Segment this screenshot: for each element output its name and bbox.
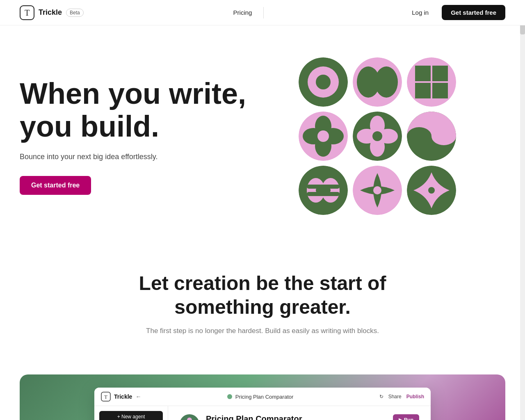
svg-rect-34 bbox=[307, 192, 340, 196]
beta-badge: Beta bbox=[66, 9, 84, 17]
app-titlebar-center: Pricing Plan Comparator bbox=[227, 394, 294, 400]
app-main-content: Pricing Plan Comparator Ashley Brian ▶ R… bbox=[168, 406, 431, 420]
app-titlebar: T Trickle ← Pricing Plan Comparator ↻ Sh… bbox=[94, 388, 431, 406]
app-titlebar-right: ↻ Share Publish bbox=[379, 394, 424, 399]
navbar-left: T Trickle Beta bbox=[20, 5, 84, 20]
app-titlebar-left: T Trickle ← bbox=[101, 392, 141, 402]
icon-cell-double-lens bbox=[353, 57, 402, 107]
navbar: T Trickle Beta Pricing Log in Get starte… bbox=[0, 0, 525, 25]
new-agent-button[interactable]: + New agent bbox=[99, 411, 163, 420]
icon-grid-container bbox=[249, 57, 505, 215]
hero-cta-button[interactable]: Get started free bbox=[20, 176, 91, 195]
app-sidebar: + New agent ✦ Discover ◎ Published agent… bbox=[94, 406, 168, 420]
svg-point-7 bbox=[375, 66, 398, 98]
svg-point-38 bbox=[428, 187, 435, 194]
app-doc-title: Pricing Plan Comparator bbox=[235, 394, 294, 400]
get-started-nav-button[interactable]: Get started free bbox=[442, 5, 505, 20]
creation-subtitle: The first step is no longer the hardest.… bbox=[123, 327, 402, 335]
agent-icon-svg bbox=[182, 417, 197, 420]
app-publish-button[interactable]: Publish bbox=[406, 394, 424, 399]
svg-point-41 bbox=[187, 418, 192, 420]
svg-point-4 bbox=[316, 75, 331, 89]
app-agent-info: Pricing Plan Comparator Ashley Brian bbox=[206, 414, 386, 420]
run-button[interactable]: ▶ Run bbox=[393, 414, 419, 420]
login-button[interactable]: Log in bbox=[405, 6, 435, 19]
svg-text:T: T bbox=[25, 8, 30, 17]
svg-point-19 bbox=[317, 130, 329, 142]
app-agent-title: Pricing Plan Comparator bbox=[206, 414, 386, 420]
svg-point-25 bbox=[372, 131, 382, 141]
trickle-logo-icon: T bbox=[20, 5, 34, 20]
svg-point-8 bbox=[407, 57, 456, 107]
svg-point-27 bbox=[407, 127, 431, 145]
icon-cell-yin-eye bbox=[407, 112, 456, 161]
app-body: + New agent ✦ Discover ◎ Published agent… bbox=[94, 406, 431, 420]
app-doc-dot bbox=[227, 394, 232, 399]
app-preview-container: T Trickle ← Pricing Plan Comparator ↻ Sh… bbox=[0, 374, 525, 420]
app-brand-name: Trickle bbox=[114, 393, 132, 400]
icon-cell-flower bbox=[353, 112, 402, 161]
navbar-center: Pricing bbox=[225, 6, 264, 19]
app-trickle-logo: T bbox=[101, 392, 111, 402]
icon-cell-four-star bbox=[407, 166, 456, 215]
app-share-button[interactable]: Share bbox=[388, 394, 402, 399]
svg-point-36 bbox=[373, 186, 381, 194]
app-preview-background: T Trickle ← Pricing Plan Comparator ↻ Sh… bbox=[20, 374, 505, 420]
nav-divider bbox=[263, 7, 264, 18]
hero-title: When you write, you build. bbox=[20, 78, 249, 142]
creation-title: Let creation be the start of something g… bbox=[20, 272, 505, 319]
icon-cell-checker bbox=[407, 57, 456, 107]
app-agent-header: Pricing Plan Comparator Ashley Brian ▶ R… bbox=[180, 414, 419, 420]
hero-subtitle: Bounce into your next big idea effortles… bbox=[20, 153, 249, 161]
app-refresh-button[interactable]: ↻ bbox=[379, 394, 383, 399]
svg-rect-33 bbox=[307, 185, 340, 189]
icon-cell-clover bbox=[299, 112, 348, 161]
hero-content: When you write, you build. Bounce into y… bbox=[20, 78, 249, 194]
svg-rect-11 bbox=[415, 83, 431, 98]
icon-grid bbox=[299, 57, 456, 215]
svg-point-28 bbox=[431, 127, 456, 145]
app-back-icon[interactable]: ← bbox=[135, 393, 141, 400]
icon-cell-hashtag bbox=[299, 166, 348, 215]
brand-name: Trickle bbox=[39, 8, 62, 17]
svg-rect-9 bbox=[415, 66, 431, 81]
icon-cell-diamond-cross bbox=[353, 166, 402, 215]
app-window: T Trickle ← Pricing Plan Comparator ↻ Sh… bbox=[94, 388, 431, 420]
svg-rect-10 bbox=[432, 66, 448, 81]
pricing-link[interactable]: Pricing bbox=[225, 6, 260, 19]
hero-section: When you write, you build. Bounce into y… bbox=[0, 25, 525, 239]
creation-section: Let creation be the start of something g… bbox=[0, 239, 525, 374]
icon-cell-circle-ring bbox=[299, 57, 348, 107]
navbar-right: Log in Get started free bbox=[405, 5, 505, 20]
app-agent-icon bbox=[180, 414, 199, 420]
svg-text:T: T bbox=[104, 394, 107, 400]
svg-rect-12 bbox=[432, 83, 448, 98]
